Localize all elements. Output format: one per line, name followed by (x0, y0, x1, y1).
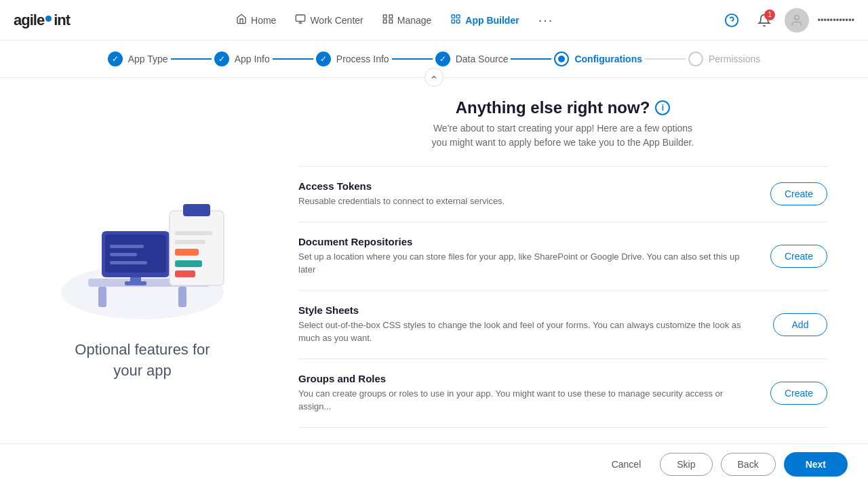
step-app-type-label: App Type (128, 54, 168, 64)
svg-rect-25 (175, 240, 205, 244)
feature-document-repositories-info: Document Repositories Set up a location … (298, 236, 770, 277)
notification-badge: 1 (764, 9, 775, 20)
page-title: Anything else right now? i (298, 98, 827, 117)
nav-app-builder-label: App Builder (465, 15, 519, 26)
svg-rect-24 (175, 231, 212, 235)
user-avatar[interactable] (785, 8, 809, 33)
svg-rect-31 (110, 261, 147, 264)
step-process-info-icon: ✓ (316, 52, 331, 66)
svg-rect-23 (183, 204, 210, 216)
feature-access-tokens-desc: Reusable credentials to connect to exter… (298, 195, 757, 208)
svg-rect-28 (175, 270, 195, 277)
feature-groups-and-roles-btn[interactable]: Create (770, 382, 827, 405)
illustration (47, 163, 237, 326)
connector-2 (273, 58, 313, 60)
feature-groups-and-roles-info: Groups and Roles You can create groups o… (298, 373, 770, 414)
help-icon-btn[interactable] (719, 8, 744, 33)
svg-rect-16 (98, 287, 106, 307)
back-button[interactable]: Back (721, 453, 776, 468)
nav-home-label: Home (251, 15, 276, 26)
feature-style-sheets-info: Style Sheets Select out-of-the-box CSS s… (298, 304, 773, 345)
step-app-info-label: App Info (235, 54, 270, 64)
svg-rect-7 (452, 15, 455, 18)
step-permissions-icon (688, 52, 703, 66)
wizard-container: ✓ App Type ✓ App Info ✓ Process Info ✓ D… (0, 41, 868, 78)
svg-rect-5 (383, 20, 387, 23)
right-panel: Anything else right now? i We're about t… (285, 78, 868, 467)
feature-document-repositories-desc: Set up a location where you can store fi… (298, 250, 757, 277)
step-process-info-label: Process Info (336, 54, 389, 64)
skip-button[interactable]: Skip (660, 453, 712, 468)
page-subtitle: We're about to start creating your app! … (298, 121, 827, 150)
work-center-icon (295, 14, 306, 27)
svg-rect-9 (452, 20, 455, 23)
feature-document-repositories-btn[interactable]: Create (770, 245, 827, 268)
next-button[interactable]: Next (784, 452, 848, 468)
title-info-icon[interactable]: i (655, 100, 670, 115)
nav-more-label: ··· (538, 12, 554, 28)
connector-5 (645, 58, 686, 60)
step-app-type[interactable]: ✓ App Type (108, 52, 168, 66)
left-panel: Optional features for your app (0, 78, 285, 467)
feature-style-sheets: Style Sheets Select out-of-the-box CSS s… (298, 291, 827, 359)
svg-rect-4 (389, 15, 393, 18)
footer: Cancel Skip Back Next (0, 443, 868, 467)
feature-style-sheets-desc: Select out-of-the-box CSS styles to chan… (298, 319, 760, 345)
nav-more[interactable]: ··· (538, 9, 554, 31)
step-process-info[interactable]: ✓ Process Info (316, 52, 389, 66)
collapse-wizard-btn[interactable] (425, 68, 443, 87)
connector-4 (511, 58, 551, 60)
feature-access-tokens-info: Access Tokens Reusable credentials to co… (298, 180, 770, 208)
feature-style-sheets-btn[interactable]: Add (773, 313, 827, 336)
step-permissions-label: Permissions (709, 54, 760, 64)
step-data-source-label: Data Source (456, 54, 509, 64)
step-app-info-icon: ✓ (214, 52, 229, 66)
step-data-source[interactable]: ✓ Data Source (435, 52, 509, 66)
connector-3 (392, 58, 433, 60)
svg-rect-27 (175, 260, 202, 267)
step-permissions[interactable]: Permissions (688, 52, 760, 66)
feature-access-tokens-btn[interactable]: Create (770, 182, 827, 205)
home-icon (236, 14, 247, 27)
connector-1 (171, 58, 212, 60)
feature-groups-and-roles-desc: You can create groups or roles to use in… (298, 387, 757, 414)
app-builder-icon (450, 14, 461, 27)
svg-rect-29 (110, 245, 144, 248)
nav-manage[interactable]: Manage (382, 11, 432, 30)
svg-rect-30 (110, 253, 137, 256)
navbar: agile int Home Work Center Manage (0, 0, 868, 41)
step-data-source-icon: ✓ (435, 52, 450, 66)
feature-document-repositories: Document Repositories Set up a location … (298, 222, 827, 291)
cancel-button[interactable]: Cancel (601, 453, 652, 468)
feature-groups-and-roles: Groups and Roles You can create groups o… (298, 359, 827, 428)
svg-point-13 (795, 15, 800, 20)
svg-rect-21 (125, 281, 146, 285)
feature-style-sheets-title: Style Sheets (298, 304, 760, 316)
nav-home[interactable]: Home (236, 11, 276, 30)
nav-app-builder[interactable]: App Builder (450, 11, 519, 30)
notification-btn[interactable]: 1 (752, 8, 776, 33)
logo[interactable]: agile int (14, 12, 70, 29)
nav-work-center-label: Work Center (310, 15, 363, 26)
feature-document-repositories-title: Document Repositories (298, 236, 757, 247)
manage-icon (382, 14, 393, 27)
illustration-caption: Optional features for your app (75, 340, 210, 382)
svg-rect-3 (383, 15, 387, 18)
nav-work-center[interactable]: Work Center (295, 11, 363, 30)
svg-rect-6 (389, 20, 393, 23)
step-configurations-icon (554, 52, 569, 66)
svg-rect-10 (457, 20, 460, 23)
step-app-type-icon: ✓ (108, 52, 123, 66)
main-content: Optional features for your app Anything … (0, 78, 868, 467)
nav-links: Home Work Center Manage App Builder ··· (92, 9, 698, 31)
step-app-info[interactable]: ✓ App Info (214, 52, 270, 66)
svg-rect-17 (178, 287, 186, 307)
step-configurations[interactable]: Configurations (554, 52, 642, 66)
nav-right: 1 •••••••••••• (719, 8, 854, 33)
svg-rect-8 (457, 15, 460, 18)
feature-access-tokens: Access Tokens Reusable credentials to co… (298, 167, 827, 222)
user-name[interactable]: •••••••••••• (817, 15, 854, 25)
nav-manage-label: Manage (397, 15, 432, 26)
svg-rect-26 (175, 249, 199, 256)
feature-groups-and-roles-title: Groups and Roles (298, 373, 757, 384)
